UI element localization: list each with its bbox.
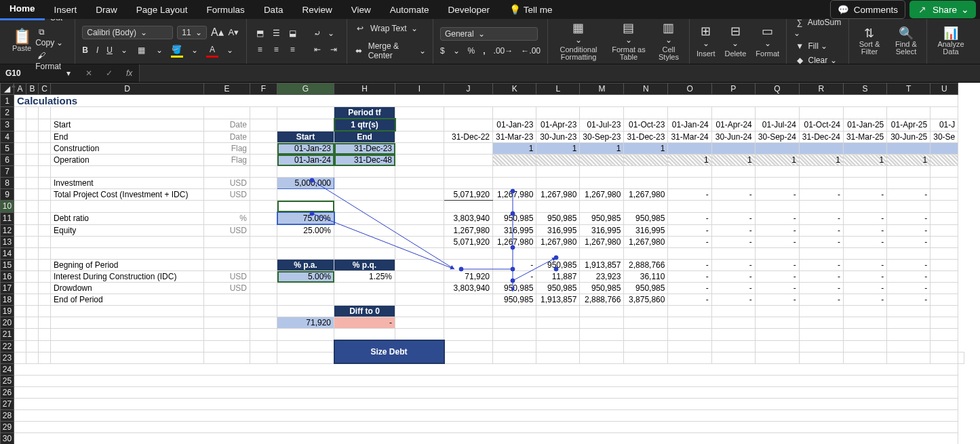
cell-styles-button[interactable]: ▥⌄Cell Styles bbox=[655, 22, 682, 61]
enter-icon[interactable]: ✓ bbox=[103, 67, 115, 79]
row-sizer-icon[interactable] bbox=[12, 84, 16, 87]
align-center-icon[interactable]: ≡ bbox=[270, 43, 282, 56]
tab-developer[interactable]: Developer bbox=[439, 0, 500, 19]
format-cell-button[interactable]: ▭⌄Format bbox=[756, 25, 779, 58]
row-15[interactable]: 15Begning of Period% p.a.% p.q.-950,9851… bbox=[1, 260, 964, 271]
fill-color-icon[interactable]: 🪣 bbox=[171, 43, 183, 58]
row-25[interactable]: 25 bbox=[1, 376, 964, 387]
chevron-down-icon[interactable]: ▾ bbox=[62, 67, 75, 79]
paste-button[interactable]: 📋Paste bbox=[12, 31, 31, 52]
analyze-icon: 📊 bbox=[945, 27, 957, 39]
underline-button[interactable]: U bbox=[106, 45, 113, 55]
row-12[interactable]: 12EquityUSD25.00%1,267,980316,995316,995… bbox=[1, 224, 964, 237]
align-mid-icon[interactable]: ☰ bbox=[270, 27, 282, 39]
analyze-button[interactable]: 📊Analyze Data bbox=[934, 27, 968, 56]
row-17[interactable]: 17DrowdownUSD3,803,940950,985950,985950,… bbox=[1, 283, 964, 294]
group-number: General⌄ $⌄ % , .00→ ←.00 bbox=[433, 19, 548, 64]
sort-button[interactable]: ⇅Sort & Filter bbox=[856, 27, 883, 56]
chevron-down-icon: ⌄ bbox=[732, 39, 739, 48]
currency-icon[interactable]: $ bbox=[440, 46, 445, 56]
tab-review[interactable]: Review bbox=[292, 0, 341, 19]
bold-button[interactable]: B bbox=[82, 45, 88, 55]
align-left-icon[interactable]: ≡ bbox=[254, 43, 266, 56]
cancel-icon[interactable]: ✕ bbox=[83, 67, 95, 79]
row-2[interactable]: 2Period tf bbox=[1, 107, 964, 119]
font-color-icon[interactable]: A bbox=[206, 43, 218, 58]
row-21[interactable]: 21 bbox=[1, 329, 964, 341]
fill-icon: ▼ bbox=[793, 40, 806, 52]
row-16[interactable]: 16Interest During Construction (IDC)USD5… bbox=[1, 271, 964, 283]
tab-home[interactable]: Home bbox=[0, 0, 45, 20]
merge-button[interactable]: ⬌ Merge & Center ⌄ bbox=[354, 41, 426, 60]
cond-format-button[interactable]: ▦⌄Conditional Formatting bbox=[555, 22, 602, 61]
row-19[interactable]: 19Diff to 0 bbox=[1, 306, 964, 317]
size-debt-button[interactable]: Size Debt bbox=[334, 340, 444, 363]
column-headers[interactable]: ◢ ABCDEF G HIJKLMNOPQRSTU bbox=[1, 83, 964, 95]
row-30[interactable]: 30 bbox=[1, 433, 964, 445]
increase-font-icon[interactable]: A▴ bbox=[211, 26, 223, 39]
row-20[interactable]: 2071,920- bbox=[1, 317, 964, 329]
row-18[interactable]: 18End of Period950,9851,913,8572,888,766… bbox=[1, 294, 964, 306]
orientation-icon[interactable]: ⤾ bbox=[311, 27, 324, 39]
row-27[interactable]: 27 bbox=[1, 399, 964, 410]
italic-button[interactable]: I bbox=[96, 45, 98, 55]
row-22[interactable]: 22Size Debt bbox=[1, 340, 964, 352]
row-28[interactable]: 28 bbox=[1, 410, 964, 422]
formula-input[interactable] bbox=[139, 64, 980, 82]
fx-icon[interactable]: fx bbox=[126, 68, 132, 78]
wrap-icon: ↩ bbox=[354, 22, 366, 35]
tab-page-layout[interactable]: Page Layout bbox=[127, 0, 197, 19]
row-7[interactable]: 7 bbox=[1, 166, 964, 178]
tab-view[interactable]: View bbox=[342, 0, 380, 19]
row-9[interactable]: 9Total Project Cost (Investment + IDC)US… bbox=[1, 189, 964, 201]
autosum-button[interactable]: ∑ AutoSum ⌄ bbox=[793, 16, 842, 38]
tab-automate[interactable]: Automate bbox=[380, 0, 439, 19]
row-8[interactable]: 8InvestmentUSD5,000,000 bbox=[1, 178, 964, 189]
tab-insert[interactable]: Insert bbox=[45, 0, 87, 19]
row-10[interactable]: 10 bbox=[1, 201, 964, 213]
dec-decimal-icon[interactable]: ←.00 bbox=[521, 46, 541, 56]
chevron-down-icon: ⌄ bbox=[764, 39, 771, 48]
row-11[interactable]: 11Debt ratio%75.00%3,803,940950,985950,9… bbox=[1, 212, 964, 224]
row-6[interactable]: 6OperationFlag01-Jan-2431-Dec-48111111 bbox=[1, 155, 964, 166]
chevron-down-icon: ⌄ bbox=[575, 35, 582, 45]
find-button[interactable]: 🔍Find & Select bbox=[893, 27, 920, 56]
row-4[interactable]: 4EndDateStartEnd31-Dec-2231-Mar-2330-Jun… bbox=[1, 131, 964, 143]
row-13[interactable]: 135,071,9201,267,9801,267,9801,267,9801,… bbox=[1, 237, 964, 248]
row-5[interactable]: 5ConstructionFlag01-Jan-2331-Dec-231111 bbox=[1, 143, 964, 155]
row-3[interactable]: 3StartDate1 qtr(s)01-Jan-2301-Apr-2301-J… bbox=[1, 119, 964, 131]
align-top-icon[interactable]: ⬒ bbox=[254, 27, 266, 39]
row-26[interactable]: 26 bbox=[1, 387, 964, 399]
percent-icon[interactable]: % bbox=[468, 46, 475, 56]
wrap-button[interactable]: ↩ Wrap Text ⌄ bbox=[354, 22, 418, 35]
font-name-select[interactable]: Calibri (Body)⌄ bbox=[82, 26, 173, 39]
comments-button[interactable]: 💬Comments bbox=[830, 0, 905, 19]
spreadsheet-grid[interactable]: ◢ ABCDEF G HIJKLMNOPQRSTU 1Calculations … bbox=[0, 83, 980, 444]
insert-cell-button[interactable]: ⊞⌄Insert bbox=[697, 25, 716, 58]
row-29[interactable]: 29 bbox=[1, 422, 964, 433]
row-24[interactable]: 24 bbox=[1, 363, 964, 376]
tab-formulas[interactable]: Formulas bbox=[197, 0, 254, 19]
font-size-select[interactable]: 11⌄ bbox=[177, 26, 207, 39]
format-table-button[interactable]: ▤⌄Format as Table bbox=[612, 22, 646, 61]
align-right-icon[interactable]: ≡ bbox=[286, 43, 298, 56]
row-1[interactable]: 1Calculations bbox=[1, 95, 964, 107]
row-23[interactable]: 23 bbox=[1, 352, 964, 363]
row-14[interactable]: 14 bbox=[1, 248, 964, 260]
tab-data[interactable]: Data bbox=[254, 0, 293, 19]
copy-button[interactable]: ⧉ Copy ⌄ bbox=[35, 26, 68, 47]
tab-tellme[interactable]: 💡 Tell me bbox=[499, 0, 562, 19]
delete-cell-button[interactable]: ⊟⌄Delete bbox=[725, 25, 747, 58]
fill-button[interactable]: ▼ Fill ⌄ bbox=[793, 40, 842, 52]
comma-icon[interactable]: , bbox=[483, 46, 485, 56]
border-icon[interactable]: ▦ bbox=[136, 44, 148, 56]
tab-draw[interactable]: Draw bbox=[86, 0, 127, 19]
number-format-select[interactable]: General⌄ bbox=[440, 27, 538, 41]
inc-decimal-icon[interactable]: .00→ bbox=[494, 46, 513, 56]
decrease-font-icon[interactable]: A▾ bbox=[227, 26, 239, 39]
indent-right-icon[interactable]: ⇥ bbox=[328, 43, 340, 56]
align-bot-icon[interactable]: ⬓ bbox=[286, 27, 298, 39]
name-box[interactable]: G10 bbox=[0, 68, 58, 78]
share-button[interactable]: ↗Share ⌄ bbox=[909, 1, 976, 18]
indent-left-icon[interactable]: ⇤ bbox=[311, 43, 324, 56]
